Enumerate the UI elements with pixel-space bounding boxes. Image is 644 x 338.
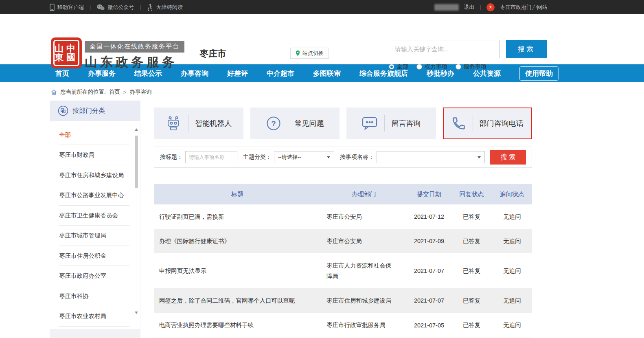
chevron-down-icon (478, 156, 481, 158)
table-row[interactable]: 行驶证副页已满，需换新 枣庄市公安局 2021-07-12 已答复 无追问 (154, 204, 532, 229)
nav-item[interactable]: 中介超市 (267, 69, 294, 78)
row-title-link[interactable]: 网签之后，除了合同二维码，官网哪个入口可以查呢 (154, 288, 321, 313)
sidebar-scrollbar[interactable] (134, 128, 138, 314)
topic-select-value: --请选择-- (278, 154, 301, 161)
filter-search-button[interactable]: 搜 索 (490, 150, 526, 165)
table-row[interactable]: 电商营业执照办理需要哪些材料手续 枣庄市行政审批服务局 2021-07-05 已… (154, 313, 532, 337)
row-followup-status: 无追问 (492, 313, 532, 337)
breadcrumb-separator: > (123, 89, 127, 95)
sidebar-category-item[interactable]: 枣庄市卫生健康委员会 (59, 206, 129, 226)
keyword-search-input[interactable] (389, 40, 500, 58)
city-portal-link[interactable]: 枣庄市政府门户网站 (500, 4, 548, 11)
row-reply-status: 已答复 (451, 229, 492, 253)
nav-item[interactable]: 好差评 (227, 69, 248, 78)
col-header-date: 提交日期 (407, 184, 451, 204)
row-reply-status: 已答复 (451, 204, 492, 229)
sidebar-category-item[interactable]: 枣庄市公路事业发展中心 (59, 185, 129, 205)
row-followup-status: 无追问 (492, 204, 532, 229)
row-followup-status: 无追问 (492, 229, 532, 253)
sidebar-category-item[interactable]: 枣庄市政府办公室 (59, 266, 129, 286)
scroll-down-icon[interactable] (135, 312, 138, 314)
tab-leave-message[interactable]: 留言咨询 (346, 108, 436, 139)
search-scope-radios: 全部 权力事项 服务事项 (389, 63, 486, 70)
mobile-app-label: 移动客户端 (57, 4, 84, 11)
scroll-up-icon[interactable] (135, 128, 138, 131)
breadcrumb-prefix: 您当前所在的位置: (60, 88, 106, 96)
item-name-select[interactable] (377, 151, 485, 163)
row-reply-status: 已答复 (451, 288, 492, 313)
tab-faq[interactable]: ? 常见问题 (250, 108, 340, 139)
scope-power-radio[interactable]: 权力事项 (416, 63, 447, 70)
tab-smart-robot-label: 智能机器人 (195, 119, 232, 128)
col-header-title: 标题 (154, 184, 321, 204)
row-title-link[interactable]: 申报网页无法显示 (154, 253, 321, 288)
breadcrumb: 您当前所在的位置: 首页 > 办事咨询 (51, 82, 644, 101)
sidebar-category-item[interactable]: 枣庄市住房和城乡建设局 (59, 165, 129, 185)
wechat-link[interactable]: 微信公众号 (96, 4, 134, 11)
seal-right-text: 中國 (66, 44, 78, 62)
row-title-link[interactable]: 办理《国际旅行健康证书》 (154, 229, 321, 253)
category-icon (58, 105, 68, 116)
row-followup-status: 无追问 (492, 288, 532, 313)
scope-all-radio[interactable]: 全部 (389, 63, 408, 70)
row-date: 2021-07-12 (407, 204, 451, 229)
row-date: 2021-07-05 (407, 313, 451, 337)
row-reply-status: 已答复 (451, 313, 492, 337)
filter-bar: 按标题： 主题分类： --请选择-- 按事项名称： 搜 索 (154, 147, 532, 168)
shandong-seal-logo: 山東 中國 (51, 37, 82, 68)
row-date: 2021-07-07 (407, 288, 451, 313)
divider (384, 115, 385, 132)
nav-item[interactable]: 首页 (55, 69, 69, 78)
divider: | (90, 4, 91, 10)
row-title-link[interactable]: 行驶证副页已满，需换新 (154, 204, 321, 229)
row-department: 枣庄市住房和城乡建设局 (321, 288, 407, 313)
sidebar-category-item[interactable]: 枣庄市住房公积金 (59, 246, 129, 266)
tab-faq-label: 常见问题 (295, 119, 324, 128)
table-row[interactable]: 办理《国际旅行健康证书》 枣庄市公安局 2021-07-09 已答复 无追问 (154, 229, 532, 253)
sidebar-category-item[interactable]: 枣庄市科协 (59, 286, 129, 306)
logout-link[interactable]: 退出 (464, 4, 475, 11)
sidebar-category-item[interactable]: 枣庄市农业农村局 (59, 306, 129, 326)
col-header-reply-status: 回复状态 (451, 184, 492, 204)
row-department: 枣庄市行政审批服务局 (321, 313, 407, 337)
site-header: 山東 中國 全国一体化在线政务服务平台 山东政务服务 枣庄市 站点切换 搜索 全… (0, 14, 644, 64)
row-title-link[interactable]: 电商营业执照办理需要哪些材料手续 (154, 313, 321, 337)
sidebar-category-list: 全部 枣庄市财政局 枣庄市住房和城乡建设局 枣庄市公路事业发展中心 枣庄市卫生健… (50, 121, 140, 329)
row-department: 枣庄市人力资源和社会保障局 (321, 253, 407, 288)
seal-left-text: 山東 (55, 44, 66, 62)
sidebar-category-item[interactable]: 枣庄市城市管理局 (59, 226, 129, 246)
sidebar-category-item[interactable]: 枣庄市财政局 (59, 145, 129, 165)
tab-smart-robot[interactable]: 智能机器人 (154, 108, 243, 139)
tab-department-phone[interactable]: 部门咨询电话 (443, 108, 532, 139)
city-name: 枣庄市 (199, 48, 226, 60)
chevron-down-icon (327, 156, 330, 158)
header-search-button[interactable]: 搜索 (506, 40, 547, 58)
sidebar-header: 按部门分类 (50, 101, 140, 121)
site-switch-button[interactable]: 站点切换 (290, 48, 329, 59)
platform-banner: 全国一体化在线政务服务平台 (85, 41, 184, 53)
topic-select[interactable]: --请选择-- (274, 151, 334, 163)
robot-icon (165, 115, 182, 132)
main-panel: 智能机器人 ? 常见问题 留言咨询 (154, 108, 532, 338)
mobile-app-link[interactable]: 移动客户端 (50, 4, 84, 11)
nav-item[interactable]: 多图联审 (313, 69, 341, 78)
filter-title-input[interactable] (185, 151, 237, 163)
radio-icon (456, 64, 461, 70)
nav-item[interactable]: 办事咨询 (181, 69, 208, 78)
consultation-table: 标题 办理部门 提交日期 回复状态 追问状态 行驶证副页已满，需换新 枣庄市公安… (154, 184, 532, 338)
sidebar-footer-spacer (50, 329, 140, 338)
row-date: 2021-07-09 (407, 229, 451, 253)
table-row[interactable]: 网签之后，除了合同二维码，官网哪个入口可以查呢 枣庄市住房和城乡建设局 2021… (154, 288, 532, 313)
filter-topic-label: 主题分类： (243, 154, 272, 161)
row-department: 枣庄市公安局 (321, 204, 407, 229)
table-row[interactable]: 申报网页无法显示 枣庄市人力资源和社会保障局 2021-07-07 已答复 无追… (154, 253, 532, 288)
scope-all-label: 全部 (397, 63, 408, 70)
scrollbar-thumb[interactable] (135, 136, 138, 188)
nav-item[interactable]: 使用帮助 (519, 66, 559, 81)
breadcrumb-home-link[interactable]: 首页 (109, 88, 120, 96)
divider: | (140, 4, 141, 10)
scope-service-radio[interactable]: 服务事项 (456, 63, 486, 70)
sidebar-category-item[interactable]: 全部 (59, 125, 129, 145)
sidebar-title: 按部门分类 (72, 107, 105, 115)
accessibility-link[interactable]: 无障碍阅读 (147, 4, 183, 11)
